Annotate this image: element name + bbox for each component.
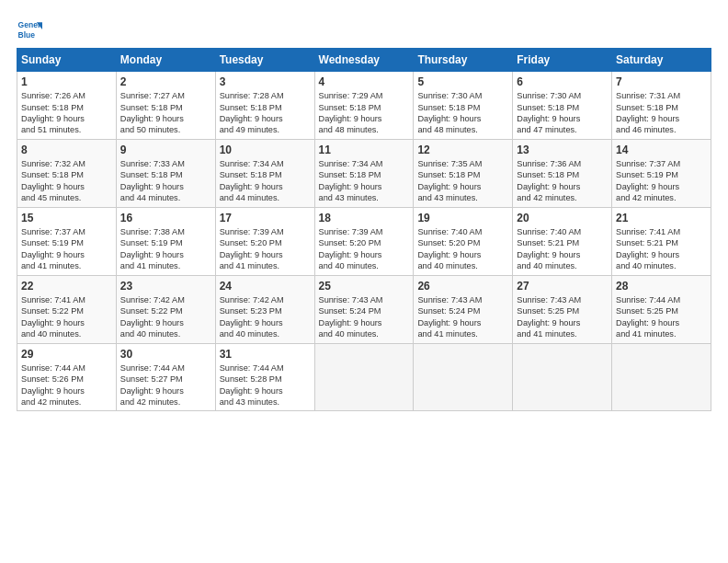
calendar-cell: 23Sunrise: 7:42 AMSunset: 5:22 PMDayligh… [116,275,215,343]
calendar-cell: 26Sunrise: 7:43 AMSunset: 5:24 PMDayligh… [414,275,513,343]
weekday-header-wednesday: Wednesday [314,49,414,72]
day-number: 28 [616,279,707,293]
calendar-cell: 19Sunrise: 7:40 AMSunset: 5:20 PMDayligh… [414,207,513,275]
weekday-header-saturday: Saturday [612,49,711,72]
calendar-cell: 3Sunrise: 7:28 AMSunset: 5:18 PMDaylight… [215,72,314,140]
calendar-cell: 21Sunrise: 7:41 AMSunset: 5:21 PMDayligh… [612,207,711,275]
day-number: 9 [120,143,211,157]
day-info: Sunrise: 7:33 AMSunset: 5:18 PMDaylight:… [120,158,211,204]
day-info: Sunrise: 7:37 AMSunset: 5:19 PMDaylight:… [616,158,707,204]
calendar-cell [314,343,414,411]
weekday-header-sunday: Sunday [17,49,117,72]
calendar-cell [414,343,513,411]
calendar-cell [612,343,711,411]
calendar-cell: 28Sunrise: 7:44 AMSunset: 5:25 PMDayligh… [612,275,711,343]
calendar-cell: 12Sunrise: 7:35 AMSunset: 5:18 PMDayligh… [414,139,513,207]
calendar-cell: 10Sunrise: 7:34 AMSunset: 5:18 PMDayligh… [215,139,314,207]
weekday-header-tuesday: Tuesday [215,49,314,72]
day-info: Sunrise: 7:35 AMSunset: 5:18 PMDaylight:… [417,158,508,204]
day-info: Sunrise: 7:43 AMSunset: 5:25 PMDaylight:… [517,294,608,340]
calendar-cell: 20Sunrise: 7:40 AMSunset: 5:21 PMDayligh… [513,207,612,275]
day-info: Sunrise: 7:34 AMSunset: 5:18 PMDaylight:… [319,158,410,204]
day-number: 5 [417,75,508,89]
day-info: Sunrise: 7:29 AMSunset: 5:18 PMDaylight:… [319,90,410,136]
calendar-cell: 2Sunrise: 7:27 AMSunset: 5:18 PMDaylight… [116,72,215,140]
day-info: Sunrise: 7:40 AMSunset: 5:20 PMDaylight:… [417,226,508,272]
calendar-cell: 31Sunrise: 7:44 AMSunset: 5:28 PMDayligh… [215,343,314,411]
day-info: Sunrise: 7:41 AMSunset: 5:22 PMDaylight:… [21,294,112,340]
day-number: 4 [319,75,410,89]
day-number: 26 [417,279,508,293]
header: General Blue [17,17,711,42]
day-info: Sunrise: 7:38 AMSunset: 5:19 PMDaylight:… [120,226,211,272]
day-info: Sunrise: 7:26 AMSunset: 5:18 PMDaylight:… [21,90,112,136]
calendar-cell: 9Sunrise: 7:33 AMSunset: 5:18 PMDaylight… [116,139,215,207]
day-info: Sunrise: 7:36 AMSunset: 5:18 PMDaylight:… [517,158,608,204]
day-number: 13 [517,143,608,157]
day-number: 30 [120,347,211,362]
calendar-cell: 22Sunrise: 7:41 AMSunset: 5:22 PMDayligh… [17,275,117,343]
logo-icon: General Blue [17,17,42,42]
day-info: Sunrise: 7:32 AMSunset: 5:18 PMDaylight:… [21,158,112,204]
logo: General Blue [17,17,45,42]
calendar-cell: 27Sunrise: 7:43 AMSunset: 5:25 PMDayligh… [513,275,612,343]
day-number: 14 [616,143,707,157]
calendar-cell: 6Sunrise: 7:30 AMSunset: 5:18 PMDaylight… [513,72,612,140]
calendar-cell: 18Sunrise: 7:39 AMSunset: 5:20 PMDayligh… [314,207,414,275]
day-info: Sunrise: 7:40 AMSunset: 5:21 PMDaylight:… [517,226,608,272]
day-info: Sunrise: 7:31 AMSunset: 5:18 PMDaylight:… [616,90,707,136]
day-info: Sunrise: 7:43 AMSunset: 5:24 PMDaylight:… [417,294,508,340]
day-number: 8 [21,143,112,157]
svg-text:Blue: Blue [18,30,36,40]
calendar-cell: 1Sunrise: 7:26 AMSunset: 5:18 PMDaylight… [17,72,117,140]
calendar-cell [513,343,612,411]
day-info: Sunrise: 7:43 AMSunset: 5:24 PMDaylight:… [319,294,410,340]
day-info: Sunrise: 7:44 AMSunset: 5:28 PMDaylight:… [220,362,311,408]
calendar-cell: 24Sunrise: 7:42 AMSunset: 5:23 PMDayligh… [215,275,314,343]
calendar-cell: 5Sunrise: 7:30 AMSunset: 5:18 PMDaylight… [414,72,513,140]
day-number: 11 [319,143,410,157]
day-info: Sunrise: 7:44 AMSunset: 5:25 PMDaylight:… [616,294,707,340]
day-number: 19 [417,211,508,225]
day-number: 12 [417,143,508,157]
calendar-cell: 17Sunrise: 7:39 AMSunset: 5:20 PMDayligh… [215,207,314,275]
calendar-cell: 30Sunrise: 7:44 AMSunset: 5:27 PMDayligh… [116,343,215,411]
calendar-table: SundayMondayTuesdayWednesdayThursdayFrid… [17,48,711,411]
calendar-cell: 13Sunrise: 7:36 AMSunset: 5:18 PMDayligh… [513,139,612,207]
day-number: 6 [517,75,608,89]
day-number: 22 [21,279,112,293]
calendar-cell: 8Sunrise: 7:32 AMSunset: 5:18 PMDaylight… [17,139,117,207]
day-number: 18 [319,211,410,225]
calendar-week-5: 29Sunrise: 7:44 AMSunset: 5:26 PMDayligh… [17,343,711,411]
calendar-cell: 25Sunrise: 7:43 AMSunset: 5:24 PMDayligh… [314,275,414,343]
calendar-container: General Blue SundayMondayTuesdayWednesda… [0,0,728,420]
day-number: 1 [21,75,112,89]
day-number: 10 [220,143,311,157]
day-info: Sunrise: 7:41 AMSunset: 5:21 PMDaylight:… [616,226,707,272]
day-info: Sunrise: 7:30 AMSunset: 5:18 PMDaylight:… [417,90,508,136]
day-number: 20 [517,211,608,225]
calendar-cell: 7Sunrise: 7:31 AMSunset: 5:18 PMDaylight… [612,72,711,140]
calendar-week-3: 15Sunrise: 7:37 AMSunset: 5:19 PMDayligh… [17,207,711,275]
svg-text:General: General [18,20,42,29]
calendar-week-1: 1Sunrise: 7:26 AMSunset: 5:18 PMDaylight… [17,72,711,140]
day-number: 16 [120,211,211,225]
day-number: 7 [616,75,707,89]
day-number: 25 [319,279,410,293]
calendar-cell: 29Sunrise: 7:44 AMSunset: 5:26 PMDayligh… [17,343,117,411]
day-number: 17 [220,211,311,225]
calendar-cell: 4Sunrise: 7:29 AMSunset: 5:18 PMDaylight… [314,72,414,140]
day-info: Sunrise: 7:30 AMSunset: 5:18 PMDaylight:… [517,90,608,136]
day-number: 21 [616,211,707,225]
day-info: Sunrise: 7:44 AMSunset: 5:26 PMDaylight:… [21,362,112,408]
day-info: Sunrise: 7:44 AMSunset: 5:27 PMDaylight:… [120,362,211,408]
calendar-cell: 16Sunrise: 7:38 AMSunset: 5:19 PMDayligh… [116,207,215,275]
day-number: 3 [220,75,311,89]
weekday-header-friday: Friday [513,49,612,72]
day-number: 2 [120,75,211,89]
day-number: 31 [220,347,311,362]
day-info: Sunrise: 7:42 AMSunset: 5:23 PMDaylight:… [220,294,311,340]
day-info: Sunrise: 7:27 AMSunset: 5:18 PMDaylight:… [120,90,211,136]
calendar-cell: 11Sunrise: 7:34 AMSunset: 5:18 PMDayligh… [314,139,414,207]
calendar-cell: 14Sunrise: 7:37 AMSunset: 5:19 PMDayligh… [612,139,711,207]
